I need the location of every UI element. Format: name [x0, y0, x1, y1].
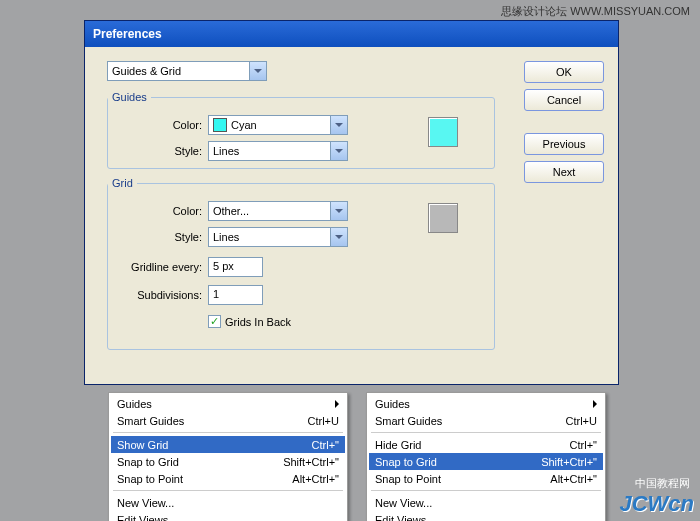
grid-style-label: Style: — [118, 231, 208, 243]
grid-color-label: Color: — [118, 205, 208, 217]
menu-item-label: Guides — [117, 398, 339, 410]
menu-item-shortcut: Alt+Ctrl+" — [279, 473, 339, 485]
menu-item-label: New View... — [117, 497, 339, 509]
guides-style-label: Style: — [118, 145, 208, 157]
subdiv-label: Subdivisions: — [118, 289, 208, 301]
menu-item-shortcut: Ctrl+U — [537, 415, 597, 427]
chevron-down-icon[interactable] — [330, 142, 347, 160]
dialog-buttons: OK Cancel Previous Next — [524, 61, 604, 183]
category-dropdown[interactable]: Guides & Grid — [107, 61, 267, 81]
menu-item[interactable]: Snap to GridShift+Ctrl+" — [369, 453, 603, 470]
menu-item-shortcut: Ctrl+U — [279, 415, 339, 427]
menu-item-label: Smart Guides — [375, 415, 537, 427]
category-value: Guides & Grid — [112, 65, 181, 77]
menu-item-shortcut: Shift+Ctrl+" — [537, 456, 597, 468]
menu-item-label: Snap to Point — [117, 473, 279, 485]
menu-item-label: Show Grid — [117, 439, 279, 451]
grid-style-dropdown[interactable]: Lines — [208, 227, 348, 247]
menu-item-label: Hide Grid — [375, 439, 537, 451]
menu-item[interactable]: Hide GridCtrl+" — [369, 436, 603, 453]
menu-item[interactable]: New View... — [369, 494, 603, 511]
cancel-button[interactable]: Cancel — [524, 89, 604, 111]
menu-item[interactable]: Snap to PointAlt+Ctrl+" — [111, 470, 345, 487]
grid-color-value: Other... — [213, 205, 249, 217]
menu-item-label: Snap to Point — [375, 473, 537, 485]
submenu-arrow-icon — [593, 398, 597, 410]
next-button[interactable]: Next — [524, 161, 604, 183]
chevron-down-icon[interactable] — [330, 116, 347, 134]
guides-color-label: Color: — [118, 119, 208, 131]
menu-item[interactable]: Edit Views... — [111, 511, 345, 521]
menu-item[interactable]: Edit Views... — [369, 511, 603, 521]
menu-item[interactable]: Show GridCtrl+" — [111, 436, 345, 453]
menu-item-label: Smart Guides — [117, 415, 279, 427]
chevron-down-icon[interactable] — [249, 62, 266, 80]
menu-item[interactable]: Snap to PointAlt+Ctrl+" — [369, 470, 603, 487]
chevron-down-icon[interactable] — [330, 228, 347, 246]
menu-item[interactable]: New View... — [111, 494, 345, 511]
checkbox-checked-icon: ✓ — [208, 315, 221, 328]
previous-button[interactable]: Previous — [524, 133, 604, 155]
dialog-title: Preferences — [93, 27, 162, 41]
menu-item-label: Edit Views... — [117, 514, 339, 522]
menu-item-shortcut: Shift+Ctrl+" — [279, 456, 339, 468]
watermark: JCWcn — [619, 491, 694, 517]
menu-item[interactable]: Guides — [111, 395, 345, 412]
view-menu-left: GuidesSmart GuidesCtrl+UShow GridCtrl+"S… — [108, 392, 348, 521]
guides-legend: Guides — [108, 91, 151, 103]
menu-item-shortcut: Ctrl+" — [537, 439, 597, 451]
guides-color-swatch[interactable] — [428, 117, 458, 147]
ok-button[interactable]: OK — [524, 61, 604, 83]
grids-in-back-label: Grids In Back — [225, 316, 291, 328]
menu-item-label: Edit Views... — [375, 514, 597, 522]
watermark-sub: 中国教程网 — [635, 476, 690, 491]
dialog-titlebar: Preferences — [85, 21, 618, 47]
grid-color-swatch[interactable] — [428, 203, 458, 233]
menu-item-label: Guides — [375, 398, 597, 410]
preferences-dialog: Preferences Guides & Grid Guides Color: … — [84, 20, 619, 385]
chevron-down-icon[interactable] — [330, 202, 347, 220]
guides-style-value: Lines — [213, 145, 239, 157]
menu-item-label: Snap to Grid — [375, 456, 537, 468]
menu-item-label: New View... — [375, 497, 597, 509]
color-chip-icon — [213, 118, 227, 132]
gridline-input[interactable]: 5 px — [208, 257, 263, 277]
menu-item[interactable]: Smart GuidesCtrl+U — [369, 412, 603, 429]
view-menu-right: GuidesSmart GuidesCtrl+UHide GridCtrl+"S… — [366, 392, 606, 521]
grids-in-back-checkbox[interactable]: ✓ Grids In Back — [208, 315, 291, 328]
menu-item-label: Snap to Grid — [117, 456, 279, 468]
menu-item[interactable]: Smart GuidesCtrl+U — [111, 412, 345, 429]
gridline-label: Gridline every: — [118, 261, 208, 273]
menu-separator — [371, 432, 601, 433]
guides-color-dropdown[interactable]: Cyan — [208, 115, 348, 135]
next-label: Next — [553, 166, 576, 178]
submenu-arrow-icon — [335, 398, 339, 410]
menu-item-shortcut: Ctrl+" — [279, 439, 339, 451]
menu-item[interactable]: Snap to GridShift+Ctrl+" — [111, 453, 345, 470]
grid-group: Grid Color: Other... Style: Lines Gridli… — [107, 177, 495, 350]
guides-group: Guides Color: Cyan Style: Lines — [107, 91, 495, 169]
menu-item-shortcut: Alt+Ctrl+" — [537, 473, 597, 485]
menu-item[interactable]: Guides — [369, 395, 603, 412]
guides-color-value: Cyan — [231, 119, 257, 131]
ok-label: OK — [556, 66, 572, 78]
grid-style-value: Lines — [213, 231, 239, 243]
menu-separator — [371, 490, 601, 491]
subdiv-input[interactable]: 1 — [208, 285, 263, 305]
menu-separator — [113, 490, 343, 491]
cancel-label: Cancel — [547, 94, 581, 106]
header-credit: 思缘设计论坛 WWW.MISSYUAN.COM — [501, 4, 690, 19]
menu-separator — [113, 432, 343, 433]
dialog-body: Guides & Grid Guides Color: Cyan Style: … — [85, 47, 618, 384]
guides-style-dropdown[interactable]: Lines — [208, 141, 348, 161]
grid-color-dropdown[interactable]: Other... — [208, 201, 348, 221]
subdiv-value: 1 — [213, 288, 219, 300]
grid-legend: Grid — [108, 177, 137, 189]
previous-label: Previous — [543, 138, 586, 150]
gridline-value: 5 px — [213, 260, 234, 272]
